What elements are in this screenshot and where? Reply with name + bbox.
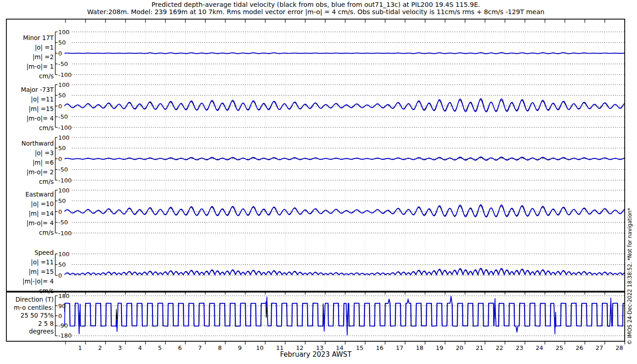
y-tick-label: 0 (58, 50, 62, 57)
day-label: 6 (178, 344, 182, 351)
model-line-major (65, 99, 625, 112)
y-tick-label: -180 (58, 332, 72, 339)
y-tick-label: -50 (58, 61, 68, 67)
panel-label-eastward: Eastward (25, 191, 54, 198)
y-tick-label: 50 (58, 261, 66, 268)
model-line-minor (65, 53, 625, 54)
series-layer (65, 53, 625, 335)
day-label: 22 (496, 344, 504, 351)
y-tick-label: -50 (58, 219, 68, 226)
panel-label-speed: Speed (35, 249, 54, 256)
y-tick-label: 0 (58, 103, 62, 110)
y-tick-label: -50 (58, 166, 68, 173)
day-label: 25 (556, 344, 563, 351)
panel-label-minor: |m-o|= 1 (26, 63, 54, 71)
y-tick-label: 50 (58, 197, 66, 204)
panel-label-major: |m| =15 (29, 105, 54, 113)
panel-label-direction: degrees (29, 328, 54, 335)
y-tick-label: -100 (58, 71, 72, 78)
day-label: 10 (256, 344, 264, 351)
y-tick-label: 0 (58, 313, 62, 319)
day-label: 18 (416, 344, 424, 351)
day-label: 7 (198, 344, 202, 351)
panel-label-northward: cm/s (39, 178, 54, 185)
panel-label-northward: Northward (21, 140, 54, 147)
model-line-speed (65, 268, 625, 275)
day-label: 15 (356, 344, 364, 351)
y-tick-label: 0 (58, 156, 62, 162)
day-label: 5 (158, 344, 162, 351)
day-label: 1 (78, 344, 82, 351)
y-tick-label: 100 (58, 187, 70, 194)
imos-watermark: © IMOS 24-Dec-2022 18:38:52. *Not for na… (627, 208, 633, 345)
tidal-velocity-figure: Predicted depth-average tidal velocity (… (0, 0, 637, 364)
day-label: 20 (456, 344, 464, 351)
panel-label-northward: |m-o|= 2 (26, 168, 54, 176)
y-tick-label: -90 (58, 322, 68, 329)
y-tick-label: 90 (58, 303, 66, 309)
panel-label-major: |o| =11 (31, 96, 54, 103)
panel-label-direction: 25 50 75% (20, 312, 54, 319)
y-tick-label: 0 (58, 272, 62, 279)
panel-label-speed: cm/s (39, 287, 54, 294)
figure-title-line2: Water:208m. Model: 239 169m at 10 7km. R… (87, 8, 544, 16)
panel-label-eastward: |m| =14 (29, 210, 54, 217)
day-label: 16 (376, 344, 384, 351)
y-tick-label: -100 (58, 230, 72, 237)
day-label: 3 (118, 344, 122, 351)
panel-label-major: cm/s (39, 124, 54, 131)
day-label: 8 (218, 344, 222, 351)
model-line-eastward (65, 205, 625, 217)
y-tick-label: 100 (58, 81, 70, 88)
y-tick-label: 180 (58, 293, 70, 299)
panel-label-eastward: |m-o|= 4 (26, 219, 54, 227)
y-tick-label: 50 (58, 145, 66, 152)
day-label: 9 (238, 344, 242, 351)
day-label: 21 (476, 344, 484, 351)
figure-title-line1: Predicted depth-average tidal velocity (… (152, 1, 480, 8)
day-label: 17 (396, 344, 404, 351)
panel-label-direction: 2 5 8 (38, 320, 54, 327)
day-label: 23 (516, 344, 523, 351)
y-tick-label: 100 (58, 29, 70, 35)
day-label: 28 (616, 344, 623, 351)
y-tick-label: 50 (58, 92, 66, 99)
day-label: 2 (98, 344, 102, 351)
panel-label-northward: |m| =6 (33, 159, 54, 167)
day-label: 26 (576, 344, 583, 351)
panel-label-direction: m-o centiles: (14, 304, 54, 311)
upper-panels-frame (6, 19, 625, 291)
y-tick-label: 100 (58, 251, 70, 258)
panel-label-minor: |o| =1 (35, 44, 54, 51)
direction-panel-frame (6, 292, 625, 341)
grid-layer (72, 20, 624, 341)
panel-label-speed: |m|-|o|= 4 (22, 278, 54, 285)
x-axis-label: February 2023 AWST (280, 350, 352, 359)
day-label: 4 (138, 344, 142, 351)
panel-label-minor: |m| =2 (33, 53, 54, 61)
y-tick-label: 100 (58, 134, 70, 141)
panel-label-direction: Direction (T) (15, 296, 54, 303)
panel-label-major: |m-o|= 4 (26, 115, 54, 122)
y-tick-label: 50 (58, 39, 66, 46)
y-tick-label: -100 (58, 177, 72, 184)
panel-label-northward: |o| =3 (35, 149, 54, 157)
panel-label-major: Major -73T (21, 86, 54, 93)
day-label: 19 (436, 344, 444, 351)
day-label: 27 (596, 344, 603, 351)
panel-label-minor: Minor 17T (23, 34, 54, 41)
panel-label-speed: |o| =11 (31, 258, 54, 266)
y-tick-label: -50 (58, 113, 68, 120)
panel-label-minor: cm/s (39, 72, 54, 80)
panel-label-speed: |m| =15 (29, 268, 54, 276)
day-label: 24 (536, 344, 543, 351)
panel-label-eastward: |o| =10 (31, 200, 54, 208)
panel-label-eastward: cm/s (39, 229, 54, 236)
y-tick-label: -100 (58, 124, 72, 131)
y-tick-label: 0 (58, 208, 62, 215)
